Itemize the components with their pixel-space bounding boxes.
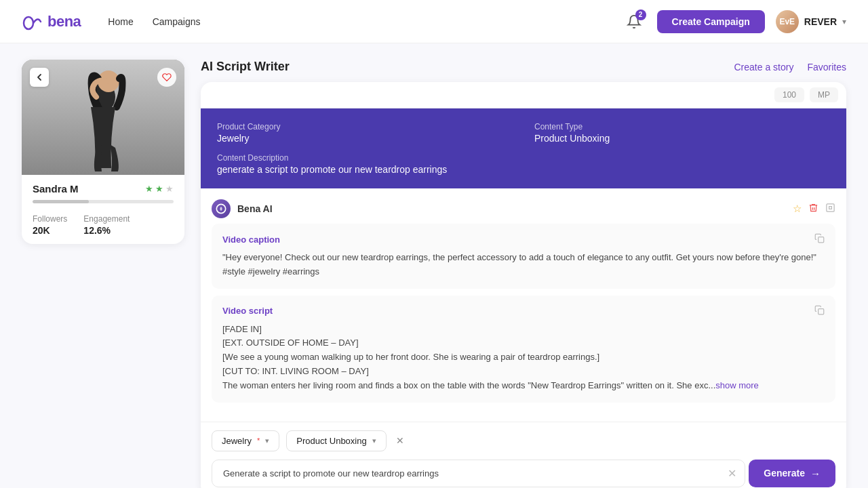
user-name: REVER (804, 16, 837, 27)
engagement-stat: Engagement 12.6% (83, 214, 130, 236)
ai-sender-name: Bena AI (237, 203, 273, 214)
video-script-text: [FADE IN] [EXT. OUTSIDE OF HOME – DAY] [… (222, 323, 825, 393)
category-selects: Jewelry * ▾ Product Unboxing ▾ ✕ (212, 430, 835, 451)
delete-icon[interactable] (808, 203, 818, 215)
jewelry-chevron-icon: ▾ (265, 436, 269, 445)
video-script-block: Video script [FADE IN] [EXT. OUTSIDE OF … (212, 296, 835, 403)
main-content: Sandra M ★ ★ ★ Followers 20K (0, 43, 868, 488)
logo-text: bena (47, 13, 81, 30)
chat-sender-row: Bena AI ☆ (212, 199, 835, 218)
clear-selects-button[interactable]: ✕ (396, 435, 404, 446)
user-menu[interactable]: EvE REVER ▾ (776, 10, 846, 33)
top-bar-btn-2[interactable]: MP (810, 87, 838, 102)
star-2: ★ (155, 184, 163, 194)
chat-area: Bena AI ☆ (201, 188, 846, 422)
video-caption-label: Video caption (222, 233, 825, 245)
content-type-select-label: Product Unboxing (296, 436, 366, 446)
star-3: ★ (165, 184, 174, 194)
content-type-field: Content Type Product Unboxing (534, 122, 830, 144)
info-box-grid: Product Category Jewelry Content Type Pr… (217, 122, 830, 144)
nav-left: bena Home Campaigns (22, 11, 201, 33)
content-description-field: Content Description generate a script to… (217, 153, 830, 175)
header-actions: Create a story Favorites (734, 62, 846, 73)
svg-rect-8 (818, 308, 824, 314)
engagement-value: 12.6% (83, 225, 130, 236)
create-story-link[interactable]: Create a story (734, 62, 793, 73)
bottom-bar: Jewelry * ▾ Product Unboxing ▾ ✕ ✕ Gener… (201, 422, 846, 488)
logo-icon (22, 11, 43, 33)
ai-avatar-icon (214, 202, 228, 216)
ai-avatar (212, 199, 231, 218)
star-icon[interactable]: ☆ (793, 203, 802, 215)
content-type-select[interactable]: Product Unboxing ▾ (286, 430, 386, 451)
script-scroll-area: 100 MP Product Category Jewelry Content … (201, 82, 846, 488)
content-type-value: Product Unboxing (534, 133, 830, 144)
followers-value: 20K (33, 225, 67, 236)
star-1: ★ (145, 184, 153, 194)
top-bar-btn-1[interactable]: 100 (774, 87, 804, 102)
nav-home[interactable]: Home (108, 16, 133, 27)
chat-sender: Bena AI (212, 199, 273, 218)
jewelry-label: Jewelry (222, 436, 252, 446)
generate-button[interactable]: Generate → (749, 460, 835, 487)
show-more-link[interactable]: show more (715, 380, 759, 390)
copy-script-icon[interactable] (814, 305, 825, 317)
user-avatar: EvE (776, 10, 799, 33)
profile-image-container (22, 60, 184, 175)
scroll-top-bar: 100 MP (201, 82, 846, 108)
content-description-label: Content Description (217, 153, 830, 163)
info-box: Product Category Jewelry Content Type Pr… (201, 108, 846, 188)
input-clear-icon[interactable]: ✕ (728, 467, 736, 480)
copy-caption-icon[interactable] (814, 233, 825, 245)
followers-label: Followers (33, 214, 67, 224)
script-input[interactable] (212, 460, 745, 487)
product-category-label: Product Category (217, 122, 513, 131)
profile-card: Sandra M ★ ★ ★ Followers 20K (22, 60, 184, 244)
nav-links: Home Campaigns (108, 16, 200, 27)
expand-icon[interactable] (825, 203, 835, 215)
video-script-label: Video script (222, 305, 825, 317)
notifications-button[interactable]: 2 (622, 9, 646, 34)
script-writer-header: AI Script Writer Create a story Favorite… (201, 60, 846, 74)
profile-info: Sandra M ★ ★ ★ Followers 20K (22, 175, 184, 244)
navbar: bena Home Campaigns 2 Create Campaign Ev… (0, 0, 868, 43)
engagement-label: Engagement (83, 214, 130, 224)
progress-bar (33, 200, 174, 203)
profile-name: Sandra M (33, 183, 79, 195)
nav-right: 2 Create Campaign EvE REVER ▾ (622, 9, 846, 34)
product-category-field: Product Category Jewelry (217, 122, 513, 144)
back-icon (35, 73, 43, 81)
video-caption-block: Video caption "Hey everyone! Check out o… (212, 224, 835, 289)
favorites-link[interactable]: Favorites (807, 62, 846, 73)
progress-fill (33, 200, 89, 203)
followers-stat: Followers 20K (33, 214, 67, 236)
left-panel: Sandra M ★ ★ ★ Followers 20K (22, 60, 184, 488)
required-marker: * (257, 436, 260, 445)
content-description-value: generate a script to promote our new tea… (217, 164, 830, 175)
script-writer-title: AI Script Writer (201, 60, 290, 74)
content-type-label: Content Type (534, 122, 830, 131)
chat-message-actions: ☆ (793, 203, 835, 215)
generate-arrow-icon: → (810, 468, 821, 479)
input-row: ✕ Generate → (212, 460, 835, 487)
video-caption-text: "Hey everyone! Check out our new teardro… (222, 251, 825, 279)
logo[interactable]: bena (22, 11, 81, 33)
create-campaign-button[interactable]: Create Campaign (657, 10, 765, 33)
content-type-chevron-icon: ▾ (372, 436, 376, 445)
stars-rating: ★ ★ ★ (145, 184, 174, 194)
profile-name-row: Sandra M ★ ★ ★ (33, 183, 174, 195)
svg-rect-7 (818, 237, 824, 243)
stats-row: Followers 20K Engagement 12.6% (33, 214, 174, 236)
ai-message: Bena AI ☆ (212, 199, 835, 403)
chevron-down-icon: ▾ (842, 17, 846, 26)
heart-icon (162, 73, 172, 82)
svg-point-0 (24, 17, 33, 29)
back-button[interactable] (30, 68, 49, 87)
favorite-button[interactable] (157, 68, 176, 87)
right-panel: AI Script Writer Create a story Favorite… (201, 60, 846, 488)
jewelry-select[interactable]: Jewelry * ▾ (212, 430, 279, 451)
svg-rect-6 (827, 204, 834, 211)
generate-label: Generate (764, 468, 805, 479)
notification-badge: 2 (635, 9, 646, 20)
nav-campaigns[interactable]: Campaigns (153, 16, 201, 27)
